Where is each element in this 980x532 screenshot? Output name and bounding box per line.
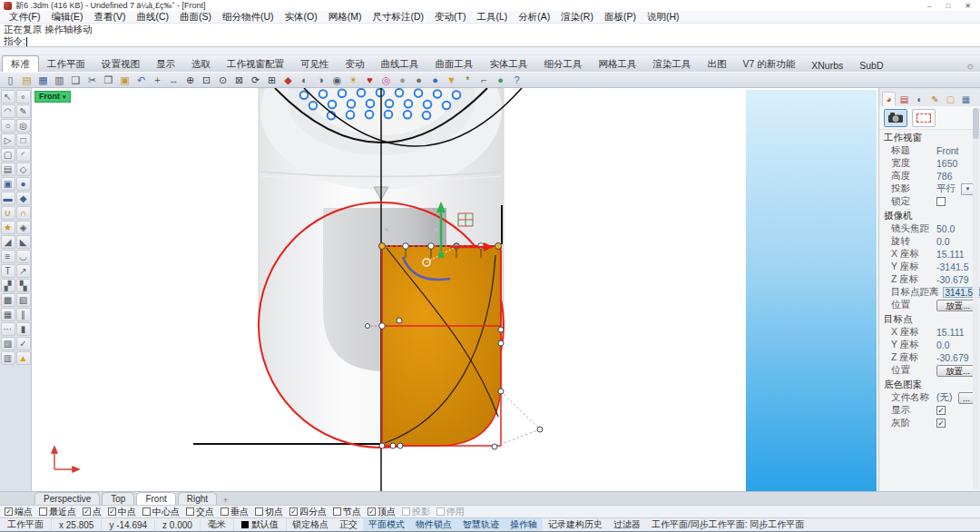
tool-extract-surface-icon[interactable]: ◈ [16, 221, 31, 234]
checkbox[interactable]: ✓ [108, 507, 116, 516]
tool-pipe-icon[interactable]: ∥ [16, 308, 31, 321]
panel-tab-notes-icon[interactable]: ✎ [928, 92, 942, 106]
panel-tab-boxedit-icon[interactable]: ▦ [959, 92, 973, 106]
filter-icon[interactable]: ▼ [444, 73, 459, 87]
status-toggle[interactable]: 平面模式 [363, 518, 410, 531]
tool-arc-icon[interactable]: ◜ [16, 148, 31, 162]
raytrace-icon[interactable]: ● [427, 73, 443, 87]
status-toggle[interactable]: 正交 [334, 518, 363, 531]
tool-leader-icon[interactable]: ↗ [16, 264, 31, 278]
control-point[interactable] [498, 340, 504, 346]
checkbox[interactable] [220, 507, 229, 516]
control-point[interactable] [537, 427, 543, 432]
panel-scrollbar-thumb[interactable] [973, 108, 979, 139]
toolbar-tab[interactable]: 实体工具 [482, 56, 536, 72]
osnap-toggle[interactable]: ✓四分点 [289, 506, 327, 518]
checkbox[interactable]: ✓ [368, 507, 376, 516]
render-preview-icon[interactable]: ● [395, 73, 410, 87]
menu-item[interactable]: 说明(H) [642, 11, 685, 23]
menu-item[interactable]: 工具(L) [472, 11, 514, 23]
osnap-toggle[interactable]: 交点 [186, 506, 214, 518]
zoom-extents-icon[interactable]: ⊠ [231, 73, 247, 87]
toolbar-tab[interactable]: 曲面工具 [427, 56, 482, 72]
control-point[interactable] [498, 327, 504, 332]
control-point[interactable] [379, 243, 386, 250]
toolbar-tab[interactable]: 可见性 [292, 56, 338, 72]
menu-item[interactable]: 分析(A) [513, 11, 555, 23]
menu-item[interactable]: 查看(V) [88, 11, 131, 23]
checkbox[interactable] [39, 507, 47, 516]
tool-torus-icon[interactable]: ◆ [16, 192, 31, 205]
toolbar-tab[interactable]: 选取 [183, 56, 219, 72]
control-point[interactable] [397, 443, 403, 448]
tool-explode-icon[interactable]: ★ [1, 221, 15, 234]
tool-chamfer-icon[interactable]: ◣ [16, 235, 31, 249]
tool-clamp-icon[interactable]: ▮ [16, 322, 31, 336]
tool-rectangular-array-icon[interactable]: ▞ [1, 279, 15, 292]
osnap-toggle[interactable]: ✓端点 [5, 506, 33, 518]
checkbox[interactable] [142, 507, 151, 516]
panel-tab-layers-icon[interactable]: ▤ [897, 92, 911, 106]
toolbar-tab[interactable]: XNurbs [803, 58, 851, 72]
tool-cylinder-icon[interactable]: ▬ [1, 192, 15, 205]
tool-pyramid-icon[interactable]: ▲ [16, 351, 31, 365]
panel-tab-properties-icon[interactable]: ◕ [882, 92, 896, 106]
status-toggle[interactable]: 过滤器 [608, 518, 646, 531]
gumball-z-handle[interactable] [438, 252, 444, 258]
status-toggle[interactable]: 锁定格点 [287, 518, 334, 531]
tool-sphere-icon[interactable]: ● [16, 177, 31, 191]
tool-notes-icon[interactable]: ▥ [1, 351, 15, 365]
menu-item[interactable]: 实体(O) [279, 11, 323, 23]
panel-scrollbar[interactable] [973, 108, 979, 489]
viewport-properties-button[interactable] [912, 109, 936, 127]
tool-boolean-difference-icon[interactable]: ∩ [16, 206, 31, 220]
tool-circle-icon[interactable]: ○ [1, 119, 15, 133]
tool-fillet-corner-icon[interactable]: ◢ [1, 235, 15, 249]
osnap-toggle[interactable]: 最近点 [39, 506, 76, 518]
selection-filter-icon[interactable]: ♥ [362, 73, 377, 87]
menu-item[interactable]: 编辑(E) [45, 11, 88, 23]
tool-loft-surface-icon[interactable]: ◇ [16, 163, 31, 176]
zoom-window-icon[interactable]: ⊡ [199, 73, 214, 87]
tool-curve-freeform-icon[interactable]: ◠ [1, 104, 15, 118]
command-prompt[interactable]: 指令: [0, 35, 980, 47]
add-viewport-button[interactable]: + [219, 496, 232, 505]
viewport-tab-front[interactable]: Front [136, 492, 175, 505]
viewport-tab-right[interactable]: Right [178, 492, 217, 505]
osnap-toggle[interactable]: 投影 [402, 506, 430, 518]
osnap-toggle[interactable]: ✓顶点 [368, 506, 396, 518]
new-file-icon[interactable]: ▯ [3, 73, 18, 87]
menu-item[interactable]: 文件(F) [4, 11, 45, 23]
control-point[interactable] [390, 443, 396, 448]
zoom-in-icon[interactable]: ⊕ [182, 73, 198, 87]
cplane-pane[interactable]: 工作平面 [0, 518, 52, 531]
undo-icon[interactable]: ↶ [133, 73, 149, 87]
maximize-button[interactable]: □ [946, 2, 950, 10]
set-view-icon[interactable]: ◆ [280, 73, 296, 87]
status-toggle[interactable]: 智慧轨迹 [457, 518, 505, 531]
checkbox[interactable] [333, 507, 341, 516]
toolbar-tab[interactable]: 标准 [2, 55, 39, 72]
rotate-view-icon[interactable]: ⟳ [248, 73, 263, 87]
toolbar-tab[interactable]: 显示 [148, 56, 183, 72]
checkbox[interactable]: ✓ [83, 507, 91, 516]
layer-pane[interactable]: 默认值 [234, 518, 287, 531]
toolbar-tab[interactable]: 设置视图 [93, 56, 148, 72]
viewport-tab-top[interactable]: Top [102, 492, 134, 505]
control-point[interactable] [492, 444, 497, 449]
osnap-toggle[interactable]: ✓中点 [108, 506, 136, 518]
minimize-button[interactable]: – [927, 2, 931, 10]
control-point[interactable] [379, 443, 385, 448]
pan-icon[interactable]: + [150, 73, 165, 87]
control-point[interactable] [397, 318, 402, 323]
viewport-layout-icon[interactable]: ⊞ [264, 73, 279, 87]
lights-icon[interactable]: ☀ [346, 73, 361, 87]
checkbox[interactable]: ✓ [5, 507, 13, 516]
control-point[interactable] [495, 243, 502, 250]
osnap-toggle[interactable]: 节点 [333, 506, 361, 518]
tool-blend-curve-icon[interactable]: ◡ [16, 250, 31, 263]
tool-boolean-union-icon[interactable]: ∪ [1, 206, 15, 220]
tool-select-pointer-icon[interactable]: ↖ [1, 90, 15, 103]
shaded-preview-icon[interactable]: ● [411, 73, 426, 87]
menu-item[interactable]: 细分物件(U) [217, 11, 279, 23]
